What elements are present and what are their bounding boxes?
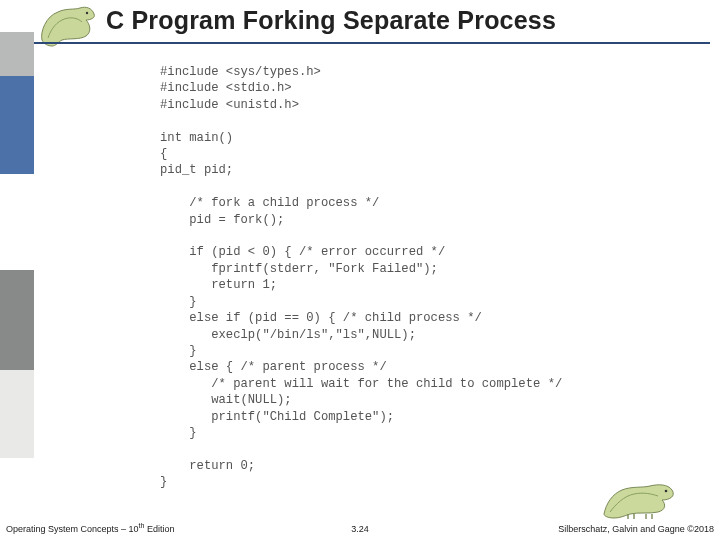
sidebar-segment (0, 174, 34, 270)
header-rule (34, 42, 710, 44)
sidebar-segment (0, 32, 34, 76)
svg-point-0 (86, 12, 88, 14)
sidebar-segment (0, 270, 34, 370)
svg-point-1 (665, 490, 668, 493)
slide-footer: Operating System Concepts – 10th Edition… (0, 512, 720, 540)
code-block: #include <sys/types.h> #include <stdio.h… (160, 64, 620, 494)
sidebar-segment (0, 0, 34, 32)
sidebar-segment (0, 370, 34, 458)
slide-title: C Program Forking Separate Process (106, 6, 556, 35)
footer-page-number: 3.24 (351, 524, 369, 534)
footer-copyright: Silberschatz, Galvin and Gagne ©2018 (558, 524, 714, 534)
code-text: #include <sys/types.h> #include <stdio.h… (160, 64, 620, 491)
left-sidebar-decoration (0, 0, 34, 540)
slide-header: C Program Forking Separate Process (34, 0, 720, 56)
footer-edition-prefix: Operating System Concepts – 10 (6, 524, 139, 534)
footer-edition-tail: Edition (144, 524, 174, 534)
footer-left: Operating System Concepts – 10th Edition (6, 522, 174, 534)
sidebar-segment (0, 76, 34, 174)
